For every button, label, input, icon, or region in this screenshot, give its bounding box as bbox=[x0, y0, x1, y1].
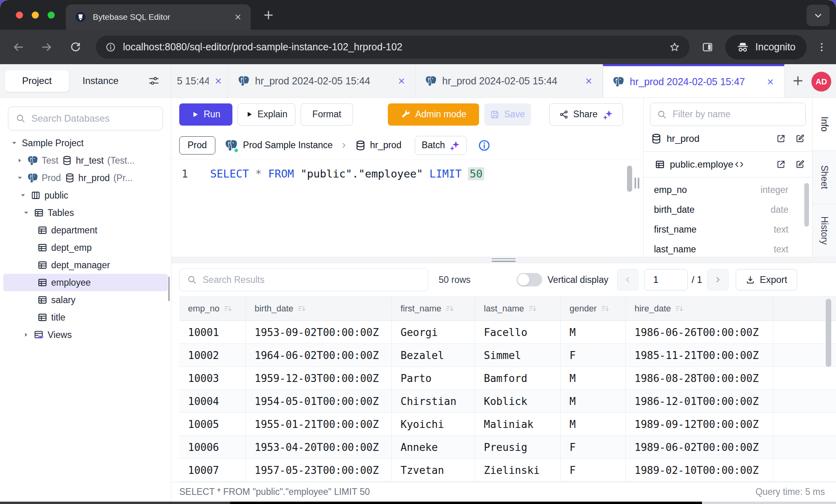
schema-column-row[interactable]: first_nametext bbox=[644, 220, 812, 239]
search-results-input[interactable]: Search Results bbox=[179, 268, 428, 291]
share-button[interactable]: Share bbox=[549, 103, 623, 126]
avatar[interactable]: AD bbox=[811, 72, 831, 92]
caret-down-icon[interactable] bbox=[10, 139, 18, 147]
new-tab-icon[interactable] bbox=[263, 9, 274, 21]
admin-mode-button[interactable]: Admin mode bbox=[388, 103, 479, 126]
share-label: Share bbox=[573, 109, 597, 120]
filter-by-name-input[interactable]: Filter by name bbox=[650, 103, 806, 126]
run-button[interactable]: Run bbox=[179, 103, 232, 126]
reload-icon[interactable] bbox=[69, 41, 82, 53]
sql-code-editor[interactable]: 1 SELECT * FROM "public"."employee" LIMI… bbox=[171, 160, 643, 257]
caret-right-icon[interactable] bbox=[16, 157, 24, 164]
panel-resize-handle[interactable] bbox=[635, 178, 639, 189]
edit-icon[interactable] bbox=[795, 159, 805, 170]
side-tab-info[interactable]: Info bbox=[813, 98, 836, 151]
tree-item[interactable]: salary bbox=[3, 291, 168, 309]
code-icon[interactable] bbox=[734, 159, 744, 170]
sql-token bbox=[294, 168, 300, 180]
site-info-icon[interactable] bbox=[105, 42, 116, 52]
format-button[interactable]: Format bbox=[301, 103, 353, 126]
column-header-first_name[interactable]: first_name bbox=[392, 297, 475, 321]
column-header-birth_date[interactable]: birth_date bbox=[246, 297, 392, 321]
next-page-button[interactable] bbox=[707, 269, 729, 290]
minimize-window-button[interactable] bbox=[32, 11, 39, 19]
address-bar[interactable]: localhost:8080/sql-editor/prod-sample-in… bbox=[96, 36, 690, 59]
caret-down-icon[interactable] bbox=[22, 209, 30, 217]
external-link-icon[interactable] bbox=[776, 134, 786, 144]
tree-item[interactable]: Sample Project bbox=[3, 134, 168, 152]
side-panel-icon[interactable] bbox=[702, 41, 713, 53]
close-icon[interactable] bbox=[585, 77, 593, 85]
column-header-last_name[interactable]: last_name bbox=[475, 297, 561, 321]
grid-scrollbar[interactable] bbox=[826, 299, 831, 367]
editor-scrollbar[interactable] bbox=[627, 166, 632, 192]
column-header-label: hire_date bbox=[635, 304, 671, 314]
schema-column-row[interactable]: last_nametext bbox=[644, 239, 812, 259]
bookmark-star-icon[interactable] bbox=[669, 42, 680, 53]
close-icon[interactable] bbox=[397, 77, 406, 85]
browser-tab[interactable]: Bytebase SQL Editor bbox=[66, 4, 251, 30]
caret-down-icon[interactable] bbox=[19, 191, 27, 199]
side-tab-sheet[interactable]: Sheet bbox=[813, 151, 836, 204]
column-header-gender[interactable]: gender bbox=[561, 297, 626, 321]
tree-item[interactable]: dept_manager bbox=[3, 256, 168, 274]
tree-item[interactable]: department bbox=[3, 221, 168, 239]
explain-button[interactable]: Explain bbox=[238, 103, 295, 126]
schema-column-row[interactable]: birth_datedate bbox=[644, 200, 812, 220]
close-tab-icon[interactable] bbox=[234, 13, 242, 21]
info-icon[interactable] bbox=[478, 139, 491, 152]
worksheet-tab[interactable]: hr_prod 2024-02-05 15:44 bbox=[416, 64, 603, 97]
instance-name[interactable]: Prod Sample Instance bbox=[243, 140, 333, 151]
result-row[interactable]: 100051955-01-21T00:00:00ZKyoichiMaliniak… bbox=[179, 413, 836, 436]
close-window-button[interactable] bbox=[16, 11, 23, 19]
caret-down-icon[interactable] bbox=[16, 174, 24, 182]
page-number-input[interactable]: 1 bbox=[644, 269, 688, 290]
result-row[interactable]: 100021964-06-02T00:00:00ZBezalelSimmelF1… bbox=[179, 344, 836, 367]
external-link-icon[interactable] bbox=[776, 159, 786, 170]
close-icon[interactable] bbox=[214, 77, 222, 85]
vertical-display-toggle[interactable] bbox=[517, 273, 542, 286]
result-row[interactable]: 100061953-04-20T00:00:00ZAnnekePreusigF1… bbox=[179, 436, 836, 459]
search-databases-input[interactable]: Search Databases bbox=[8, 107, 163, 130]
tree-item[interactable]: Testhr_test(Test... bbox=[3, 152, 168, 169]
horizontal-splitter[interactable] bbox=[171, 257, 836, 263]
schema-column-row[interactable]: emp_nointeger bbox=[644, 180, 812, 200]
tree-item[interactable]: Views bbox=[3, 326, 168, 344]
forward-icon[interactable] bbox=[40, 41, 53, 53]
maximize-window-button[interactable] bbox=[48, 11, 55, 19]
batch-mode-button[interactable]: Batch bbox=[415, 136, 467, 155]
worksheet-tab[interactable]: 5 15:44 bbox=[171, 64, 228, 97]
schema-icon bbox=[31, 190, 41, 200]
filter-sliders-icon[interactable] bbox=[148, 75, 160, 87]
side-tab-history[interactable]: History bbox=[813, 204, 836, 257]
previous-page-button[interactable] bbox=[617, 269, 639, 290]
result-row[interactable]: 100071957-05-23T00:00:00ZTzvetanZielinsk… bbox=[179, 459, 836, 482]
tree-item[interactable]: Prodhr_prod(Pr... bbox=[3, 169, 168, 187]
tab-project[interactable]: Project bbox=[5, 70, 69, 92]
save-button[interactable]: Save bbox=[484, 103, 531, 126]
caret-right-icon[interactable] bbox=[22, 331, 30, 339]
close-icon[interactable] bbox=[766, 78, 775, 86]
column-header-emp_no[interactable]: emp_no bbox=[179, 297, 246, 321]
tab-instance[interactable]: Instance bbox=[82, 75, 119, 86]
schema-scrollbar[interactable] bbox=[804, 183, 809, 227]
column-header-hire_date[interactable]: hire_date bbox=[626, 297, 773, 321]
database-name[interactable]: hr_prod bbox=[370, 140, 401, 151]
result-row[interactable]: 100011953-09-02T00:00:00ZGeorgiFacelloM1… bbox=[179, 321, 836, 344]
worksheet-tab[interactable]: hr_prod 2024-02-05 15:44 bbox=[228, 64, 416, 97]
tree-item[interactable]: Tables bbox=[3, 204, 168, 221]
tree-item[interactable]: employee bbox=[3, 274, 168, 291]
back-icon[interactable] bbox=[12, 41, 25, 53]
browser-menu-icon[interactable] bbox=[816, 42, 827, 53]
tree-item[interactable]: dept_emp bbox=[3, 239, 168, 256]
new-worksheet-icon[interactable] bbox=[792, 74, 804, 87]
export-button[interactable]: Export bbox=[736, 269, 797, 290]
sql-token bbox=[262, 168, 268, 180]
tree-item[interactable]: public bbox=[3, 187, 168, 204]
tab-search-button[interactable] bbox=[807, 5, 830, 26]
edit-icon[interactable] bbox=[795, 134, 805, 144]
result-row[interactable]: 100031959-12-03T00:00:00ZPartoBamfordM19… bbox=[179, 367, 836, 390]
worksheet-tab[interactable]: hr_prod 2024-02-05 15:47 bbox=[603, 64, 784, 97]
tree-item[interactable]: title bbox=[3, 309, 168, 326]
result-row[interactable]: 100041954-05-01T00:00:00ZChirstianKoblic… bbox=[179, 390, 836, 413]
